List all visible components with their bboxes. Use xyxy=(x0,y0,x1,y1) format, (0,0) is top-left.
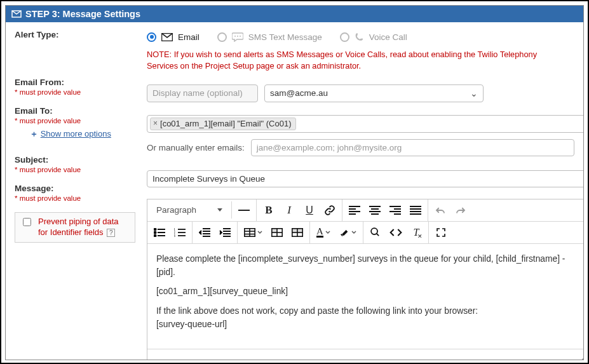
show-more-options-link[interactable]: Show more options xyxy=(41,129,111,138)
message-label: Message: xyxy=(15,184,139,193)
horizontal-rule-button[interactable] xyxy=(236,202,252,219)
alert-type-email[interactable]: Email xyxy=(147,32,200,42)
message-line: Please complete the [incomplete_surveys_… xyxy=(156,253,582,279)
svg-text:3: 3 xyxy=(174,234,175,237)
underline-button[interactable]: U xyxy=(301,202,318,219)
prevent-piping-box: Prevent piping of data for Identifier fi… xyxy=(15,212,135,243)
svg-rect-51 xyxy=(292,229,302,233)
highlight-color-button[interactable] xyxy=(337,224,359,241)
subject-label: Subject: xyxy=(15,155,139,165)
manual-entry-label: Or manually enter emails: xyxy=(147,143,245,152)
editor-statusbar xyxy=(147,349,584,360)
phone-icon xyxy=(355,32,364,42)
outdent-button[interactable] xyxy=(196,224,213,241)
svg-point-24 xyxy=(154,234,156,236)
fullscreen-button[interactable] xyxy=(433,224,449,241)
find-replace-button[interactable] xyxy=(367,224,384,241)
chevron-down-icon xyxy=(217,208,222,212)
tag-remove-icon[interactable]: × xyxy=(153,119,158,128)
clear-formatting-button[interactable]: T✕ xyxy=(408,224,424,241)
italic-button[interactable]: I xyxy=(281,202,297,219)
section-title: STEP 3: Message Settings xyxy=(25,9,140,19)
align-justify-button[interactable] xyxy=(407,202,424,219)
redo-button[interactable] xyxy=(452,202,469,219)
message-required: * must provide value xyxy=(15,194,139,202)
align-center-button[interactable] xyxy=(367,202,383,219)
subject-required: * must provide value xyxy=(15,166,139,173)
message-line: If the link above does not work, copy an… xyxy=(156,305,582,331)
email-to-tagbox[interactable]: × [co01_arm_1][email] "Email" (Co01) xyxy=(147,115,584,133)
svg-point-52 xyxy=(371,228,377,234)
message-line: [co01_arm_1][survey_queue_link] xyxy=(156,285,582,299)
envelope-icon xyxy=(11,10,22,18)
section-header: STEP 3: Message Settings xyxy=(6,6,583,22)
prevent-piping-checkbox[interactable] xyxy=(23,218,31,226)
email-to-tag-text: [co01_arm_1][email] "Email" (Co01) xyxy=(160,119,291,128)
resize-grip-icon[interactable] xyxy=(582,352,584,360)
number-list-button[interactable]: 123 xyxy=(172,224,188,241)
paragraph-format-select[interactable]: Paragraph xyxy=(151,204,227,216)
align-right-button[interactable] xyxy=(387,202,403,219)
svg-point-3 xyxy=(240,36,241,37)
alert-type-voice-label: Voice Call xyxy=(369,32,407,42)
table-button[interactable] xyxy=(241,224,265,241)
alert-type-label: Alert Type: xyxy=(15,30,139,39)
alert-type-email-label: Email xyxy=(178,32,200,42)
svg-point-2 xyxy=(237,36,238,37)
email-to-required: * must provide value xyxy=(15,117,139,125)
link-button[interactable] xyxy=(322,202,338,219)
align-left-button[interactable] xyxy=(346,202,363,219)
svg-line-53 xyxy=(377,234,379,236)
bullet-list-button[interactable] xyxy=(151,224,168,241)
twilio-note: NOTE: If you wish to send alerts as SMS … xyxy=(147,49,553,72)
radio-off-icon xyxy=(217,32,227,42)
subject-input[interactable]: Incomplete Surveys in Queue xyxy=(147,170,584,187)
message-editor-area[interactable]: Please complete the [incomplete_surveys_… xyxy=(147,244,584,349)
radio-on-icon xyxy=(147,32,156,42)
svg-point-20 xyxy=(154,228,156,230)
manual-emails-input[interactable]: jane@example.com; john@mysite.org xyxy=(251,139,574,156)
alert-type-sms-label: SMS Text Message xyxy=(248,32,322,42)
bold-button[interactable]: B xyxy=(261,202,277,219)
from-address-value: sam@acme.au xyxy=(270,88,328,98)
envelope-icon xyxy=(161,33,173,41)
table-cell-button[interactable] xyxy=(269,224,285,241)
paragraph-format-label: Paragraph xyxy=(156,205,196,215)
undo-button[interactable] xyxy=(432,202,449,219)
from-address-select[interactable]: sam@acme.au ⌄ xyxy=(264,84,484,102)
email-to-label: Email To: xyxy=(15,106,139,116)
chevron-down-icon: ⌄ xyxy=(470,88,478,98)
sms-icon xyxy=(232,32,243,42)
radio-off-icon xyxy=(340,32,349,42)
source-code-button[interactable] xyxy=(388,224,404,241)
svg-rect-47 xyxy=(272,229,277,233)
email-to-tag[interactable]: × [co01_arm_1][email] "Email" (Co01) xyxy=(150,118,296,130)
indent-button[interactable] xyxy=(217,224,233,241)
table-row-button[interactable] xyxy=(289,224,306,241)
help-icon[interactable]: ? xyxy=(107,229,115,237)
email-from-required: * must provide value xyxy=(15,88,139,96)
from-display-name-input[interactable]: Display name (optional) xyxy=(147,84,258,102)
svg-point-1 xyxy=(234,36,236,37)
svg-point-22 xyxy=(154,231,156,233)
text-color-button[interactable]: A xyxy=(314,224,333,241)
show-more-options[interactable]: ＋ Show more options xyxy=(30,128,139,140)
email-from-label: Email From: xyxy=(15,78,139,87)
alert-type-voice[interactable]: Voice Call xyxy=(340,32,407,42)
alert-type-sms[interactable]: SMS Text Message xyxy=(217,32,322,42)
